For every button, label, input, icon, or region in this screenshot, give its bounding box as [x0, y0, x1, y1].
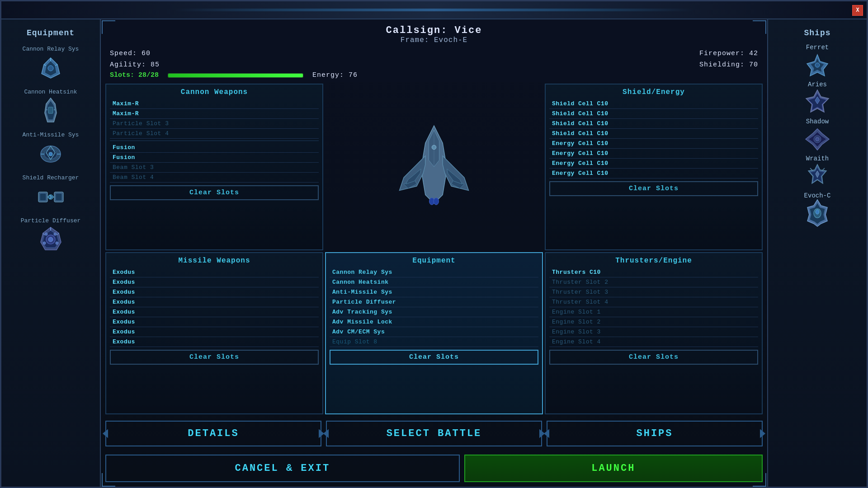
equipment-item-cannon-relay[interactable]: Cannon Relay Sys: [10, 46, 91, 81]
ships-button[interactable]: SHIPS: [547, 421, 763, 446]
cannon-panel-title: Cannon Weapons: [110, 88, 319, 96]
beam-slot-3[interactable]: Beam Slot 3: [110, 163, 319, 173]
missile-slot-3[interactable]: Exodus: [110, 287, 319, 297]
cannon-heatsink-icon: [35, 97, 66, 124]
equip-slot-3[interactable]: Anti-Missile Sys: [330, 287, 538, 297]
speed-stat: Speed: 60: [110, 50, 151, 57]
ships-panel-title: Ships: [804, 24, 830, 42]
particle-diffuser-icon: [35, 226, 66, 253]
equip-slot-1[interactable]: Cannon Relay Sys: [330, 267, 538, 277]
equip-slot-4[interactable]: Particle Diffuser: [330, 297, 538, 307]
cannon-slot-4[interactable]: Particle Slot 4: [110, 129, 319, 139]
svg-point-35: [56, 242, 58, 244]
launch-button[interactable]: LAUNCH: [464, 455, 763, 482]
equipment-center-panel: Equipment Cannon Relay Sys Cannon Heatsi…: [325, 252, 543, 415]
particle-diffuser-label: Particle Diffuser: [21, 217, 81, 224]
cannon-slot-3[interactable]: Particle Slot 3: [110, 119, 319, 129]
engine-slot-2[interactable]: Engine Slot 2: [549, 317, 758, 327]
equipment-sidebar: Equipment Cannon Relay Sys Cannon Heatsi…: [1, 1, 101, 487]
cannon-slot-2[interactable]: Maxim-R: [110, 109, 319, 119]
shield-slot-4[interactable]: Shield Cell C10: [549, 129, 758, 139]
energy-slot-2[interactable]: Energy Cell C10: [549, 149, 758, 159]
cancel-exit-button[interactable]: CANCEL & EXIT: [105, 455, 460, 482]
thruster-slot-1[interactable]: Thrusters C10: [549, 267, 758, 277]
equipment-item-shield-recharger[interactable]: Shield Recharger: [10, 174, 91, 210]
beam-slot-1[interactable]: Fusion: [110, 143, 319, 153]
agility-stat: Agility: 85: [110, 61, 160, 69]
energy-slot-1[interactable]: Energy Cell C10: [549, 139, 758, 149]
engine-slot-1[interactable]: Engine Slot 1: [549, 307, 758, 317]
ship-item-shadow[interactable]: Shadow: [777, 118, 858, 151]
equip-slot-2[interactable]: Cannon Heatsink: [330, 277, 538, 287]
select-battle-button[interactable]: SELECT BATTLE: [326, 421, 542, 446]
center-panel: Callsign: Vice Frame: Evoch-E Speed: 60 …: [101, 1, 767, 487]
thruster-panel-title: Thrusters/Engine: [549, 257, 758, 265]
missile-slot-6[interactable]: Exodus: [110, 317, 319, 327]
equip-center-title: Equipment: [330, 257, 538, 265]
thruster-clear-slots-button[interactable]: Clear Slots: [549, 350, 758, 365]
beam-slot-2[interactable]: Fusion: [110, 153, 319, 163]
shield-recharger-label: Shield Recharger: [23, 174, 79, 181]
engine-slot-4[interactable]: Engine Slot 4: [549, 337, 758, 347]
equip-slot-6[interactable]: Adv Missile Lock: [330, 317, 538, 327]
agility-label: Agility:: [110, 61, 146, 69]
engine-slot-3[interactable]: Engine Slot 3: [549, 327, 758, 337]
equip-slot-5[interactable]: Adv Tracking Sys: [330, 307, 538, 317]
shield-clear-slots-button[interactable]: Clear Slots: [549, 181, 758, 196]
missile-slot-2[interactable]: Exodus: [110, 277, 319, 287]
ship-item-evoch-c[interactable]: Evoch-C: [777, 192, 858, 225]
corner-tr: [753, 20, 766, 34]
equipment-panel-title: Equipment: [27, 24, 75, 42]
details-button[interactable]: DETAILS: [105, 421, 321, 446]
missile-clear-slots-button[interactable]: Clear Slots: [110, 350, 319, 365]
firepower-stat: Firepower: 42: [699, 50, 758, 57]
shield-slot-3[interactable]: Shield Cell C10: [549, 119, 758, 129]
thruster-slot-2[interactable]: Thruster Slot 2: [549, 277, 758, 287]
cannon-slot-1[interactable]: Maxim-R: [110, 99, 319, 109]
missile-slot-8[interactable]: Exodus: [110, 337, 319, 347]
equip-slot-8[interactable]: Equip Slot 8: [330, 337, 538, 347]
energy-slot-4[interactable]: Energy Cell C10: [549, 169, 758, 178]
wraith-icon: [802, 164, 833, 188]
thruster-slot-3[interactable]: Thruster Slot 3: [549, 287, 758, 297]
equipment-clear-slots-button[interactable]: Clear Slots: [330, 350, 538, 365]
aries-icon: [802, 89, 833, 114]
main-frame: X Equipment Cannon Relay Sys Cannon Heat…: [0, 0, 868, 488]
ship-display-svg: [389, 117, 479, 216]
equip-slot-7[interactable]: Adv CM/ECM Sys: [330, 327, 538, 337]
close-button[interactable]: X: [852, 5, 863, 16]
missile-slot-5[interactable]: Exodus: [110, 307, 319, 317]
shield-slot-1[interactable]: Shield Cell C10: [549, 99, 758, 109]
beam-slot-4[interactable]: Beam Slot 4: [110, 173, 319, 183]
shielding-value: 70: [749, 61, 758, 69]
missile-slot-4[interactable]: Exodus: [110, 297, 319, 307]
shadow-icon: [802, 127, 833, 151]
missile-slot-1[interactable]: Exodus: [110, 267, 319, 277]
ship-item-aries[interactable]: Aries: [777, 81, 858, 114]
svg-point-2: [48, 66, 53, 71]
slots-progress-bar: [168, 73, 303, 78]
ship-item-wraith[interactable]: Wraith: [777, 155, 858, 188]
energy-slot-3[interactable]: Energy Cell C10: [549, 159, 758, 169]
missile-panel-title: Missile Weapons: [110, 257, 319, 265]
equipment-item-cannon-heatsink[interactable]: Cannon Heatsink: [10, 89, 91, 124]
equipment-item-anti-missile[interactable]: Anti-Missile Sys: [10, 131, 91, 167]
speed-label: Speed:: [110, 50, 137, 57]
ships-sidebar: Ships Ferret Aries Shado: [767, 1, 867, 487]
slots-fill: [168, 74, 303, 77]
ship-item-ferret[interactable]: Ferret: [777, 44, 858, 77]
wraith-label: Wraith: [806, 155, 829, 162]
shield-slot-2[interactable]: Shield Cell C10: [549, 109, 758, 119]
slots-bar: Slots: 28/28 Energy: 76: [101, 70, 767, 82]
stats-bar: Speed: 60 Firepower: 42: [101, 48, 767, 59]
thruster-slot-4[interactable]: Thruster Slot 4: [549, 297, 758, 307]
energy-label: Energy:: [312, 71, 344, 79]
cannon-relay-label: Cannon Relay Sys: [23, 46, 79, 52]
content-area: Cannon Weapons Maxim-R Maxim-R Particle …: [101, 82, 767, 416]
ship-display-area: [325, 84, 543, 250]
svg-point-22: [48, 195, 53, 199]
equipment-item-particle-diffuser[interactable]: Particle Diffuser: [10, 217, 91, 253]
shielding-label: Shielding:: [699, 61, 745, 69]
cannon-clear-slots-button[interactable]: Clear Slots: [110, 185, 319, 200]
missile-slot-7[interactable]: Exodus: [110, 327, 319, 337]
